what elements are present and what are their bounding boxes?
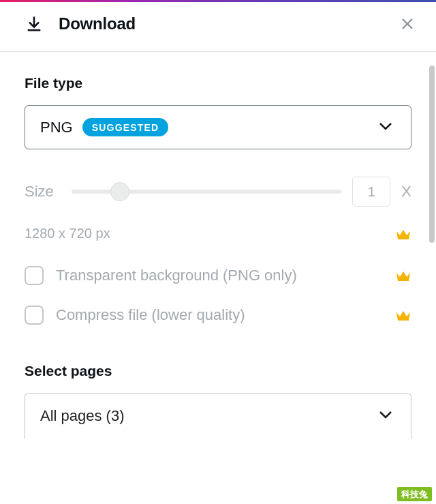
crown-icon [395, 227, 411, 241]
pages-select[interactable]: All pages (3) [25, 393, 411, 439]
close-button[interactable] [398, 14, 417, 33]
panel-title: Download [59, 14, 136, 33]
size-label: Size [25, 183, 54, 201]
dimensions-text: 1280 x 720 px [25, 226, 110, 241]
compress-label: Compress file (lower quality) [56, 306, 245, 324]
pages-section: Select pages All pages (3) [25, 363, 411, 439]
compress-checkbox[interactable] [25, 306, 44, 325]
suggested-badge: SUGGESTED [82, 118, 169, 136]
crown-icon [395, 269, 411, 282]
chevron-down-icon [378, 410, 393, 422]
size-input[interactable] [352, 177, 390, 207]
pages-value: All pages (3) [40, 407, 125, 425]
size-row: Size X [25, 177, 411, 207]
pages-label: Select pages [25, 363, 411, 379]
filetype-value: PNG [40, 119, 73, 136]
panel-header: Download [0, 2, 436, 52]
download-icon [25, 14, 44, 33]
panel-body: File type PNG SUGGESTED Size X 1280 x 72… [0, 52, 436, 504]
transparent-label: Transparent background (PNG only) [56, 267, 297, 284]
compress-option[interactable]: Compress file (lower quality) [25, 306, 411, 325]
slider-thumb[interactable] [110, 182, 129, 201]
scrollbar[interactable] [429, 65, 435, 243]
size-unit: X [401, 183, 411, 201]
size-slider[interactable] [72, 181, 342, 202]
filetype-label: File type [25, 75, 411, 91]
download-panel: Download File type PNG SUGGESTED Size [0, 2, 436, 504]
chevron-down-icon [378, 121, 393, 134]
crown-icon [395, 308, 411, 322]
transparent-option[interactable]: Transparent background (PNG only) [25, 266, 411, 285]
dimensions-row: 1280 x 720 px [25, 226, 411, 241]
watermark-badge: 科技兔 [397, 487, 432, 501]
transparent-checkbox[interactable] [25, 266, 44, 285]
filetype-select[interactable]: PNG SUGGESTED [25, 105, 411, 149]
